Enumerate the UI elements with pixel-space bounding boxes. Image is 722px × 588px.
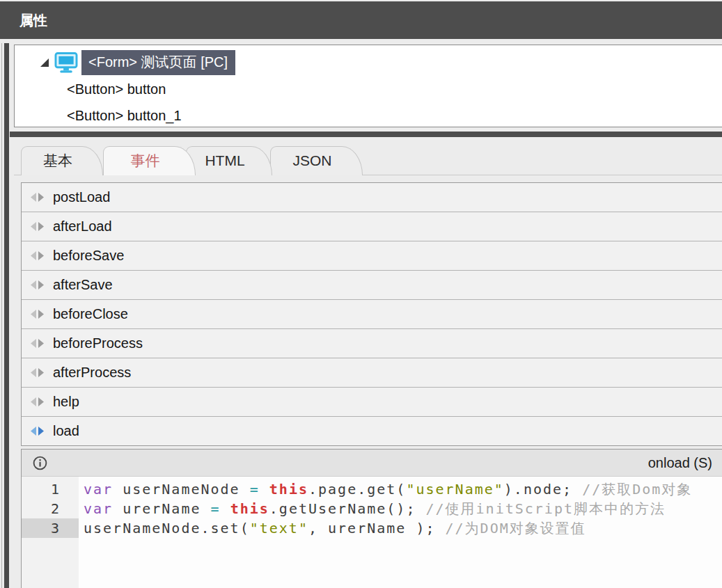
code-line[interactable]: 3userNameNode.set("text", urerName ); //… bbox=[22, 518, 722, 538]
code-line[interactable]: 2var urerName = this.getUserName(); //使用… bbox=[22, 499, 722, 518]
code-icon bbox=[30, 221, 45, 232]
section-divider bbox=[10, 132, 722, 137]
code-text[interactable]: userNameNode.set("text", urerName ); //为… bbox=[79, 518, 586, 538]
event-row-beforeSave[interactable]: beforeSave bbox=[22, 241, 722, 271]
event-name: beforeSave bbox=[53, 248, 124, 264]
events-list: postLoadafterLoadbeforeSaveafterSavebefo… bbox=[21, 182, 722, 446]
code-icon bbox=[30, 280, 45, 290]
event-name: beforeProcess bbox=[53, 335, 143, 351]
panel-title: 属性 bbox=[19, 13, 47, 28]
event-name: load bbox=[53, 423, 79, 439]
expand-triangle-icon[interactable] bbox=[40, 58, 49, 67]
code-editor: onload (S) 1var userNameNode = this.page… bbox=[21, 449, 722, 588]
editor-body[interactable]: 1var userNameNode = this.page.get("userN… bbox=[22, 477, 722, 588]
event-row-postLoad[interactable]: postLoad bbox=[22, 183, 722, 212]
event-name: afterSave bbox=[53, 277, 113, 293]
event-row-beforeProcess[interactable]: beforeProcess bbox=[22, 329, 722, 358]
tree-node-button[interactable]: <Button> button bbox=[15, 76, 722, 102]
component-tree: <Form> 测试页面 [PC] <Button> button<Button>… bbox=[14, 45, 722, 127]
code-icon bbox=[30, 397, 45, 407]
tree-node-label[interactable]: <Form> 测试页面 [PC] bbox=[81, 50, 235, 75]
tree-node-form[interactable]: <Form> 测试页面 [PC] bbox=[15, 49, 722, 76]
event-name: afterProcess bbox=[53, 365, 131, 381]
event-row-beforeClose[interactable]: beforeClose bbox=[22, 300, 722, 329]
event-name: beforeClose bbox=[53, 306, 128, 322]
code-icon bbox=[30, 309, 45, 319]
code-icon bbox=[30, 367, 45, 378]
tab-html[interactable]: HTML bbox=[186, 146, 272, 175]
panel-splitter[interactable] bbox=[4, 43, 9, 588]
event-row-afterLoad[interactable]: afterLoad bbox=[22, 212, 722, 241]
line-number: 1 bbox=[22, 479, 79, 499]
line-number: 3 bbox=[22, 518, 79, 538]
event-row-load[interactable]: load bbox=[22, 417, 722, 445]
editor-title: onload (S) bbox=[648, 455, 712, 471]
panel-header: 属性 bbox=[0, 1, 722, 39]
code-icon bbox=[30, 192, 45, 202]
code-text[interactable]: var userNameNode = this.page.get("userNa… bbox=[79, 479, 692, 499]
code-text[interactable]: var urerName = this.getUserName(); //使用i… bbox=[79, 499, 666, 518]
info-icon[interactable] bbox=[33, 456, 47, 470]
code-icon bbox=[30, 338, 45, 349]
monitor-icon bbox=[54, 52, 78, 74]
editor-header: onload (S) bbox=[22, 450, 722, 477]
tabs-bar: 基本事件HTMLJSON bbox=[21, 146, 363, 175]
tab-events[interactable]: 事件 bbox=[103, 146, 196, 175]
code-line[interactable]: 1var userNameNode = this.page.get("userN… bbox=[22, 479, 722, 499]
event-name: afterLoad bbox=[53, 218, 112, 235]
event-row-afterSave[interactable]: afterSave bbox=[22, 271, 722, 300]
event-name: postLoad bbox=[53, 189, 110, 205]
panel-edge-line bbox=[1, 43, 2, 588]
line-number: 2 bbox=[22, 499, 79, 518]
event-row-afterProcess[interactable]: afterProcess bbox=[22, 358, 722, 388]
tab-basic[interactable]: 基本 bbox=[21, 146, 103, 175]
code-icon bbox=[30, 251, 45, 261]
tab-json[interactable]: JSON bbox=[270, 146, 363, 175]
event-row-help[interactable]: help bbox=[22, 388, 722, 417]
code-icon bbox=[30, 426, 45, 436]
tree-node-button_1[interactable]: <Button> button_1 bbox=[15, 102, 722, 129]
event-name: help bbox=[53, 394, 79, 410]
